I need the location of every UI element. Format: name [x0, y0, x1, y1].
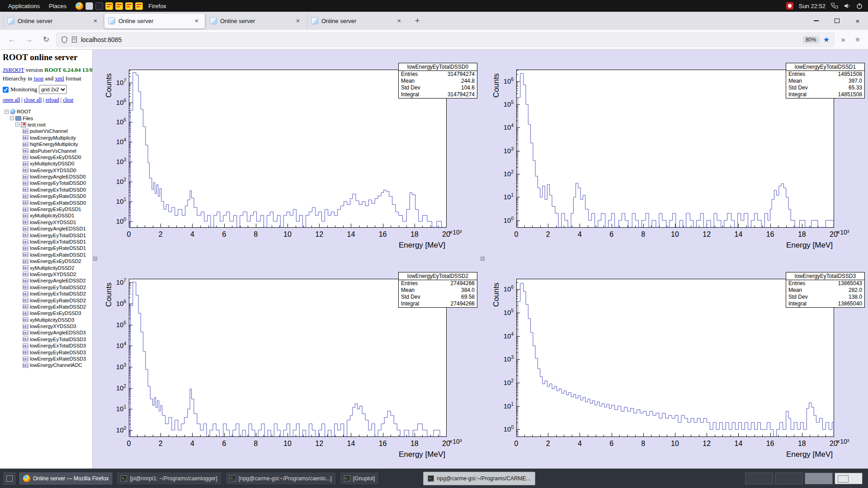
- jsroot-link[interactable]: JSROOT: [3, 66, 24, 73]
- tree-item-lowEnergyEyTotalDSSD3[interactable]: lowEnergyEyTotalDSSD3: [3, 336, 92, 343]
- tree-node-test-root[interactable]: −test.root: [3, 122, 92, 128]
- hamburger-menu-icon[interactable]: ≡: [852, 36, 863, 44]
- json-link[interactable]: json: [34, 75, 44, 82]
- stats-box-lowEnergyEyTotalDSSD3[interactable]: lowEnergyEyTotalDSSD3Entries13865043Mean…: [786, 272, 865, 308]
- tree-item-lowEnergyAngleEDSSD3[interactable]: lowEnergyAngleEDSSD3: [3, 329, 92, 336]
- bookmark-star-icon[interactable]: ★: [823, 35, 830, 44]
- tab-online-server-1[interactable]: Online server×: [3, 14, 104, 28]
- action-link-reload[interactable]: reload: [46, 97, 59, 103]
- action-link-clear[interactable]: clear: [63, 97, 73, 103]
- screen-recorder-icon[interactable]: [786, 2, 793, 9]
- tree-item-lowEnergyEyRateDSSD0[interactable]: lowEnergyEyRateDSSD0: [3, 193, 92, 199]
- applications-menu[interactable]: Applications: [4, 3, 44, 9]
- tree-item-lowEnergyXYDSSD2[interactable]: lowEnergyXYDSSD2: [3, 271, 92, 277]
- tree-node-root[interactable]: −ROOT: [3, 108, 92, 115]
- monitoring-checkbox[interactable]: [3, 87, 9, 93]
- tree-item-lowEnergyXYDSSD1[interactable]: lowEnergyXYDSSD1: [3, 219, 92, 225]
- terminal-app-icon[interactable]: [95, 2, 103, 10]
- taskbar-window-4[interactable]: >_[Gnuplot]: [340, 472, 380, 485]
- plot-lowEnergyEyTotalDSSD1[interactable]: 02468101214161820100101102103104105106En…: [480, 50, 868, 259]
- workspace-cell-2[interactable]: [775, 473, 803, 484]
- stats-box-lowEnergyEyTotalDSSD1[interactable]: lowEnergyEyTotalDSSD1Entries14851508Mean…: [786, 63, 865, 99]
- resize-handle-middle[interactable]: [481, 257, 485, 261]
- url-text[interactable]: localhost:8085: [81, 36, 799, 43]
- tree-item-lowEnergyExRateDSSD3[interactable]: lowEnergyExRateDSSD3: [3, 356, 92, 362]
- taskbar-window-2[interactable]: >_[pi@nnrpi1: ~/Programs/caenlogger]: [116, 472, 222, 485]
- minimize-button[interactable]: [806, 12, 826, 30]
- expander-icon[interactable]: −: [10, 116, 14, 120]
- tab-close-icon[interactable]: ×: [91, 16, 100, 25]
- grid-layout-select[interactable]: grid 2x2: [39, 85, 67, 94]
- stats-box-lowEnergyEyTotalDSSD0[interactable]: lowEnergyEyTotalDSSD0Entries314794274Mea…: [398, 63, 477, 99]
- tree-item-lowEnergyEyRateDSSD2[interactable]: lowEnergyEyRateDSSD2: [3, 297, 92, 303]
- tree-item-lowEnergyExTotalDSSD1[interactable]: lowEnergyExTotalDSSD1: [3, 239, 92, 245]
- taskbar-window-3[interactable]: >_[npg@carme-gsi:~/Programs/caenlo...]: [225, 472, 336, 485]
- back-button[interactable]: ←: [5, 33, 19, 47]
- maximize-button[interactable]: [826, 12, 847, 30]
- forward-button[interactable]: →: [22, 33, 36, 47]
- yellow-app-icon-3[interactable]: [125, 2, 133, 10]
- tree-item-lowEnergyExEyDSSD3[interactable]: lowEnergyExEyDSSD3: [3, 310, 92, 316]
- action-link-open-all[interactable]: open all: [3, 97, 20, 103]
- overflow-menu-icon[interactable]: »: [837, 36, 849, 44]
- plot-lowEnergyEyTotalDSSD3[interactable]: 02468101214161820100101102103104105106En…: [480, 259, 868, 468]
- stats-box-lowEnergyEyTotalDSSD2[interactable]: lowEnergyEyTotalDSSD2Entries27494266Mean…: [398, 272, 477, 308]
- tree-item-lowEnergyAngleEDSSD2[interactable]: lowEnergyAngleEDSSD2: [3, 277, 92, 284]
- tree-item-lowEnergyExRateDSSD1[interactable]: lowEnergyExRateDSSD1: [3, 252, 92, 258]
- tree-item-xyMultiplicityDSSD0[interactable]: xyMultiplicityDSSD0: [3, 160, 92, 167]
- resize-handle-left[interactable]: [93, 257, 97, 261]
- places-menu[interactable]: Places: [44, 3, 71, 9]
- tree-item-lowEnergyEyRateDSSD1[interactable]: lowEnergyEyRateDSSD1: [3, 245, 92, 251]
- tab-close-icon[interactable]: ×: [293, 16, 302, 25]
- close-window-button[interactable]: ×: [847, 12, 868, 30]
- expander-icon[interactable]: −: [15, 122, 19, 127]
- tree-item-lowEnergyEyTotalDSSD0[interactable]: lowEnergyEyTotalDSSD0: [3, 180, 92, 186]
- tab-online-server-3[interactable]: Online server×: [206, 14, 306, 28]
- power-icon[interactable]: [856, 3, 863, 9]
- files-app-icon[interactable]: [85, 2, 93, 10]
- tree-item-absPulserVsChannel[interactable]: absPulserVsChannel: [3, 147, 92, 154]
- tab-close-icon[interactable]: ×: [395, 16, 404, 25]
- workspace-cell-1[interactable]: [745, 473, 773, 484]
- tree-item-xyMultiplicityDSSD1[interactable]: xyMultiplicityDSSD1: [3, 212, 92, 219]
- tree-item-lowEnergyExEyDSSD0[interactable]: lowEnergyExEyDSSD0: [3, 154, 92, 160]
- tree-item-lowEnergyExEyDSSD2[interactable]: lowEnergyExEyDSSD2: [3, 258, 92, 264]
- show-desktop-button[interactable]: [4, 473, 15, 484]
- yellow-app-icon-2[interactable]: [115, 2, 123, 10]
- workspace-cell-4[interactable]: [835, 473, 863, 484]
- tree-item-lowEnergyEyTotalDSSD2[interactable]: lowEnergyEyTotalDSSD2: [3, 284, 92, 291]
- tree-item-lowEnergyAngleEDSSD1[interactable]: lowEnergyAngleEDSSD1: [3, 225, 92, 232]
- tree-item-lowEnergyXYDSSD3[interactable]: lowEnergyXYDSSD3: [3, 323, 92, 329]
- workspace-cell-3[interactable]: [805, 473, 833, 484]
- firefox-launcher-icon[interactable]: [75, 2, 83, 10]
- tree-item-lowEnergyExEyDSSD1[interactable]: lowEnergyExEyDSSD1: [3, 206, 92, 212]
- action-link-close-all[interactable]: close all: [24, 97, 42, 103]
- tab-online-server-2[interactable]: Online server×: [104, 14, 205, 28]
- reload-button[interactable]: ↻: [39, 33, 53, 47]
- tree-item-lowEnergyXYDSSD0[interactable]: lowEnergyXYDSSD0: [3, 167, 92, 174]
- expander-icon[interactable]: −: [5, 110, 9, 114]
- new-tab-button[interactable]: +: [410, 14, 425, 28]
- taskbar-window-5[interactable]: >_npg@carme-gsi:~/Programs/CARME...: [423, 472, 535, 485]
- tree-node-files[interactable]: −Files: [3, 115, 92, 121]
- zoom-level-badge[interactable]: 80%: [802, 36, 820, 44]
- tree-item-xyMultiplicityDSSD2[interactable]: xyMultiplicityDSSD2: [3, 264, 92, 271]
- taskbar-window-1[interactable]: Online server — Mozilla Firefox: [19, 472, 113, 485]
- tree-item-xyMultiplicityDSSD3[interactable]: xyMultiplicityDSSD3: [3, 317, 92, 323]
- tree-item-lowEnergyExRateDSSD2[interactable]: lowEnergyExRateDSSD2: [3, 304, 92, 310]
- tree-item-lowEnergyMultiplicity[interactable]: lowEnergyMultiplicity: [3, 135, 92, 141]
- tree-item-lowEnergyExTotalDSSD3[interactable]: lowEnergyExTotalDSSD3: [3, 343, 92, 349]
- url-bar[interactable]: localhost:8085 80% ★: [56, 33, 835, 47]
- tree-item-lowEnergyExTotalDSSD2[interactable]: lowEnergyExTotalDSSD2: [3, 291, 92, 297]
- page-info-icon[interactable]: [71, 36, 77, 43]
- tree-item-lowEnergyEyTotalDSSD1[interactable]: lowEnergyEyTotalDSSD1: [3, 232, 92, 238]
- plot-lowEnergyEyTotalDSSD0[interactable]: 0246810121416182010010110210310410510610…: [93, 50, 480, 259]
- yellow-app-icon-1[interactable]: [105, 2, 113, 10]
- tree-item-highEnergyMultiplicity[interactable]: highEnergyMultiplicity: [3, 141, 92, 147]
- tree-item-lowEnergyExRateDSSD0[interactable]: lowEnergyExRateDSSD0: [3, 199, 92, 206]
- tab-online-server-4[interactable]: Online server×: [307, 14, 407, 28]
- shield-icon[interactable]: [61, 36, 68, 43]
- tree-item-lowEnergyEyRateDSSD3[interactable]: lowEnergyEyRateDSSD3: [3, 349, 92, 355]
- yellow-app-icon-4[interactable]: [135, 2, 143, 10]
- tree-item-pulserVsChannel[interactable]: pulserVsChannel: [3, 128, 92, 134]
